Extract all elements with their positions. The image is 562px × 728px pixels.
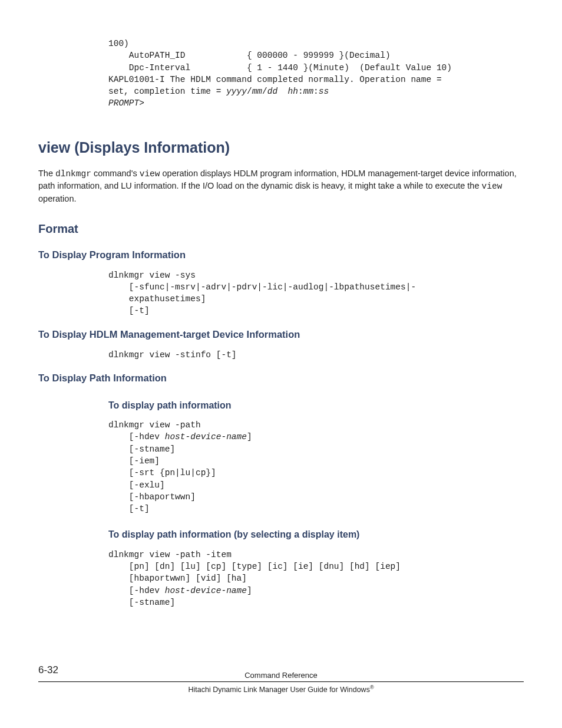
code-block-stinfo: dlnkmgr view -stinfo [-t] <box>108 349 524 361</box>
inline-code: dlnkmgr <box>55 169 91 179</box>
subsubsection-heading: To Display HDLM Management-target Device… <box>38 328 524 342</box>
code-text: [-hdev <box>108 586 165 595</box>
code-line: [-exlu] <box>108 480 165 490</box>
code-line: [-t] <box>108 504 150 513</box>
code-block-path: dlnkmgr view -path [-hdev host-device-na… <box>108 419 524 515</box>
code-line: Dpc-Interval { 1 - 1440 }(Minute) (Defau… <box>108 63 452 73</box>
footer-sub-text: Hitachi Dynamic Link Manager User Guide … <box>188 686 369 694</box>
code-line: 100) <box>108 39 129 48</box>
page-number: 6-32 <box>38 663 58 678</box>
code-prompt: PROMPT <box>108 98 139 108</box>
intro-paragraph: The dlnkmgr command's view operation dis… <box>38 167 524 205</box>
minor-heading: To display path information (by selectin… <box>108 528 524 541</box>
text: The <box>38 169 55 178</box>
code-line: dlnkmgr view -stinfo [-t] <box>108 350 237 360</box>
code-line: AutoPATH_ID { 000000 - 999999 }(Decimal) <box>108 51 391 60</box>
code-var: host-device-name <box>165 586 247 595</box>
code-var: host-device-name <box>165 432 247 442</box>
code-continuation: 100) AutoPATH_ID { 000000 - 999999 }(Dec… <box>108 38 524 110</box>
code-text: > <box>139 98 144 108</box>
code-line: [-stname] <box>108 598 175 607</box>
code-var: mm <box>303 87 313 96</box>
code-var: yyyy <box>226 87 247 96</box>
code-var: dd <box>267 87 277 96</box>
footer-title: Command Reference <box>244 670 318 681</box>
code-text: : <box>313 87 319 96</box>
code-line: [-sfunc|-msrv|-adrv|-pdrv|-lic|-audlog|-… <box>108 282 416 292</box>
code-text <box>277 87 287 96</box>
code-text: / <box>247 87 252 96</box>
code-block-sys: dlnkmgr view -sys [-sfunc|-msrv|-adrv|-p… <box>108 269 524 317</box>
text: operation. <box>38 194 77 203</box>
code-line: dlnkmgr view -path -item <box>108 550 232 559</box>
code-line: [-iem] <box>108 456 160 466</box>
code-line: [pn] [dn] [lu] [cp] [type] [ic] [ie] [dn… <box>108 562 406 571</box>
code-line: dlnkmgr view -sys <box>108 271 196 280</box>
code-text: ] <box>247 586 252 595</box>
code-line: dlnkmgr view -path <box>108 420 201 430</box>
section-heading-view: view (Displays Information) <box>38 137 524 158</box>
code-text: [-hdev <box>108 432 165 442</box>
minor-heading: To display path information <box>108 398 524 412</box>
page-footer: 6-32 Command Reference Hitachi Dynamic L… <box>38 670 524 695</box>
code-line: [-srt {pn|lu|cp}] <box>108 468 216 477</box>
footer-subtitle: Hitachi Dynamic Link Manager User Guide … <box>38 684 524 695</box>
subsubsection-heading: To Display Program Information <box>38 248 524 262</box>
subsubsection-heading: To Display Path Information <box>38 371 524 386</box>
code-line: [-t] <box>108 306 150 315</box>
subsection-heading-format: Format <box>38 220 524 238</box>
code-line: expathusetimes] <box>108 294 206 304</box>
code-text: ] <box>247 432 252 442</box>
code-line: [hbaportwwn] [vid] [ha] <box>108 574 247 583</box>
code-text: : <box>298 87 303 96</box>
registered-icon: ® <box>370 684 374 690</box>
code-var: mm <box>252 87 262 96</box>
code-line: KAPL01001-I The HDLM command completed n… <box>108 75 447 84</box>
code-line: set, completion time = <box>108 87 226 96</box>
code-text: / <box>262 87 267 96</box>
code-var: hh <box>288 87 298 96</box>
code-line: [-hbaportwwn] <box>108 492 196 502</box>
inline-code: view <box>140 169 160 179</box>
text: command's <box>91 169 140 178</box>
code-block-path-item: dlnkmgr view -path -item [pn] [dn] [lu] … <box>108 549 524 608</box>
code-line: [-stname] <box>108 444 175 454</box>
code-var: ss <box>319 87 329 96</box>
inline-code: view <box>482 182 503 191</box>
